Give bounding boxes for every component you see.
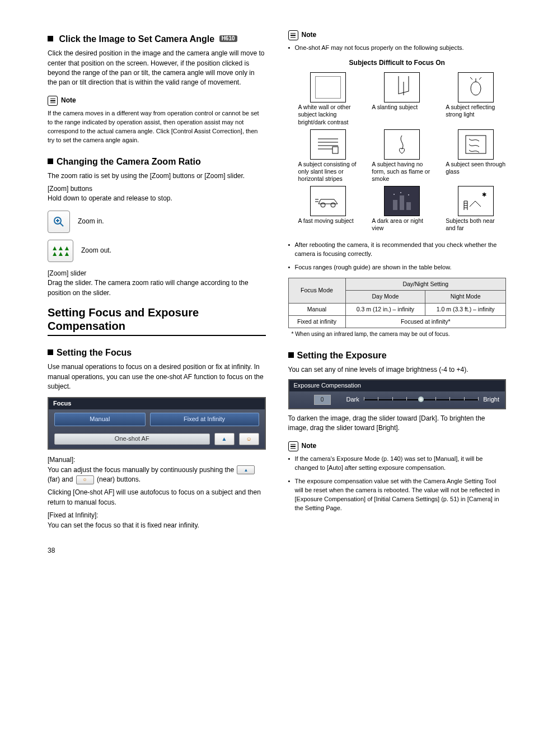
paragraph: You can set the focus so that it is fixe… — [48, 521, 266, 530]
thumb-dark — [384, 186, 420, 216]
heading-text: Click the Image to Set Camera Angle — [59, 34, 214, 44]
svg-rect-17 — [393, 200, 397, 210]
td: 0.3 m (12 in.) – infinity — [345, 303, 425, 315]
note-icon — [48, 96, 58, 106]
heading-exposure: Setting the Exposure — [288, 350, 507, 361]
manual-label: [Manual]: — [48, 455, 266, 465]
th-night: Night Mode — [425, 291, 506, 303]
svg-point-14 — [331, 203, 335, 207]
exposure-value: 0 — [314, 395, 331, 405]
zoom-slider-desc: Drag the slider. The camera zoom ratio w… — [48, 278, 266, 298]
svg-point-13 — [321, 203, 325, 207]
caption: A dark area or night view — [372, 217, 432, 232]
caption: A subject seen through glass — [446, 161, 506, 175]
exposure-panel: Exposure Compensation 0 Dark Bright — [288, 379, 507, 409]
table-footnote: * When using an infrared lamp, the camer… — [292, 330, 507, 339]
zoom-out-label: Zoom out. — [81, 246, 111, 255]
paragraph: The zoom ratio is set by using the [Zoom… — [48, 171, 266, 181]
exposure-slider[interactable] — [364, 399, 479, 400]
note-icon — [288, 441, 298, 451]
note-label: Note — [302, 441, 317, 451]
focus-near-button[interactable]: ☺ — [239, 433, 259, 445]
heading-zoom: Changing the Camera Zoom Ratio — [48, 156, 266, 167]
focus-panel: Focus Manual Fixed at Infinity One-shot … — [48, 397, 266, 450]
caption: A subject reflecting strong light — [446, 104, 506, 118]
svg-line-1 — [60, 223, 63, 226]
focus-panel-title: Focus — [49, 398, 265, 409]
bullet: Focus ranges (rough guide) are shown in … — [288, 263, 507, 272]
section-title: Setting Focus and Exposure Compensation — [48, 306, 266, 336]
note-bullet: One-shot AF may not focus properly on th… — [288, 44, 507, 53]
note-icon — [288, 30, 298, 40]
caption: A slanting subject — [372, 104, 432, 111]
text: (near) buttons. — [97, 475, 140, 483]
zoom-buttons-desc: Hold down to operate and release to stop… — [48, 194, 266, 203]
manual-button[interactable]: Manual — [54, 413, 146, 426]
bright-label: Bright — [483, 395, 499, 404]
focus-range-table: Focus Mode Day/Night Setting Day Mode Ni… — [288, 278, 507, 328]
heading-focus: Setting the Focus — [48, 347, 266, 358]
slider-knob[interactable] — [418, 396, 424, 402]
svg-point-22 — [408, 194, 409, 195]
note-label: Note — [302, 30, 317, 40]
td: Manual — [288, 303, 345, 315]
inline-far-icon: ▲ — [237, 465, 255, 474]
exposure-panel-title: Exposure Compensation — [289, 380, 505, 391]
td: Fixed at infinity — [288, 315, 345, 328]
thumb-moving — [310, 186, 346, 216]
svg-rect-19 — [406, 202, 411, 210]
paragraph: You can adjust the focus manually by con… — [48, 465, 266, 485]
svg-point-21 — [400, 192, 401, 193]
caption: A white wall or other subject lacking br… — [298, 104, 359, 125]
thumb-stripes — [310, 129, 346, 160]
svg-rect-12 — [466, 136, 486, 153]
caption: Subjects both near and far — [446, 217, 506, 232]
note-body: If the camera moves in a different way f… — [48, 109, 266, 145]
svg-rect-11 — [332, 147, 338, 153]
bullet: After rebooting the camera, it is recomm… — [288, 241, 507, 259]
thumb-glass — [458, 129, 494, 160]
heading-click-image: Click the Image to Set Camera Angle H610 — [48, 34, 266, 44]
svg-rect-18 — [400, 195, 404, 210]
zoom-in-icon[interactable] — [48, 211, 70, 233]
thumb-blank — [310, 72, 346, 102]
text: You can adjust the focus manually by con… — [48, 466, 236, 474]
paragraph: You can set any of nine levels of image … — [288, 365, 507, 375]
fixed-infinity-button[interactable]: Fixed at Infinity — [150, 413, 259, 426]
note-bullet: The exposure compensation value set with… — [288, 477, 507, 513]
svg-text:✱: ✱ — [482, 192, 486, 198]
th-focus-mode: Focus Mode — [288, 278, 345, 303]
caption: A fast moving subject — [298, 217, 359, 225]
focus-far-button[interactable]: ▲ — [214, 433, 235, 445]
dark-label: Dark — [346, 395, 359, 404]
paragraph: Click the desired position in the image … — [48, 49, 266, 88]
caption: A subject having no form, such as flame … — [372, 161, 432, 183]
note-label: Note — [61, 96, 76, 105]
zoom-in-label: Zoom in. — [78, 217, 104, 226]
model-badge: H610 — [219, 35, 237, 42]
th-day: Day Mode — [345, 291, 425, 303]
paragraph: To darken the image, drag the slider tow… — [288, 414, 507, 433]
paragraph: Use manual operations to focus on a desi… — [48, 362, 266, 391]
note-bullet: If the camera's Exposure Mode (p. 140) w… — [288, 455, 507, 473]
one-shot-af-button[interactable]: One-shot AF — [54, 433, 210, 445]
thumb-flame — [384, 129, 420, 160]
svg-point-20 — [394, 194, 395, 195]
text: (far) and — [48, 475, 75, 483]
svg-point-6 — [471, 82, 481, 95]
td: 1.0 m (3.3 ft.) – infinity — [425, 303, 506, 315]
thumb-near-far: ✱ — [458, 186, 494, 216]
fixed-label: [Fixed at Infinity]: — [48, 511, 266, 520]
inline-near-icon: ☺ — [76, 475, 94, 484]
page-number: 38 — [48, 546, 506, 556]
zoom-buttons-title: [Zoom] buttons — [48, 184, 266, 194]
difficult-subjects-grid: A white wall or other subject lacking br… — [298, 72, 507, 232]
caption: A subject consisting of only slant lines… — [298, 161, 359, 183]
zoom-out-icon[interactable]: ▲▲▲▲▲▲ — [48, 240, 73, 262]
thumb-reflect — [458, 72, 494, 102]
thumb-slant — [384, 72, 420, 102]
td: Focused at infinity* — [345, 315, 506, 328]
grid-title: Subjects Difficult to Focus On — [288, 58, 507, 68]
zoom-slider-title: [Zoom] slider — [48, 269, 266, 278]
paragraph: Clicking [One-shot AF] will use autofocu… — [48, 488, 266, 507]
